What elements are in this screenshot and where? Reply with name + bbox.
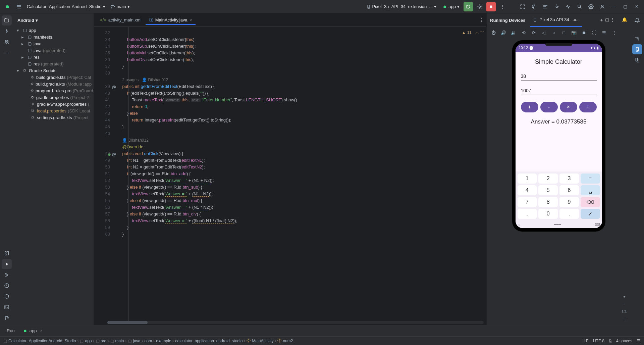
problems-tool-icon[interactable] <box>2 281 12 291</box>
code-editor[interactable]: ▲ 11 ︿ ﹀ 3233343536373839@40414243444546… <box>94 27 486 321</box>
op-button[interactable]: ÷ <box>579 102 597 112</box>
crumb-segment[interactable]: calculator_application_android_studio <box>175 339 243 343</box>
project-panel-header[interactable]: Android ▾ <box>13 13 94 27</box>
app-inspection-icon[interactable] <box>2 291 12 301</box>
tab-mainactivity-java[interactable]: Ⓙ MainActivity.java × <box>146 15 196 25</box>
volume-up-icon[interactable]: 🔊 <box>499 29 507 37</box>
add-device-icon[interactable]: ＋ <box>599 17 604 23</box>
tree-node-app[interactable]: ▾▢app <box>15 27 92 34</box>
back-icon[interactable]: ◁ <box>540 29 548 37</box>
search-icon[interactable] <box>575 2 584 11</box>
volume-down-icon[interactable]: 🔉 <box>509 29 518 37</box>
crumb-segment[interactable]: com <box>145 339 152 343</box>
close-window-icon[interactable]: ✕ <box>632 2 641 11</box>
crumb-segment[interactable]: src <box>101 339 106 343</box>
resource-manager-icon[interactable] <box>2 37 12 47</box>
keyboard-key[interactable]: 1 <box>518 174 537 184</box>
zoom-fit-icon[interactable]: ⛶ <box>621 315 628 322</box>
structure-tool-icon[interactable] <box>2 248 12 258</box>
rotate-right-icon[interactable]: ⟳ <box>530 29 538 37</box>
panel-more-icon[interactable]: ⋮ <box>610 17 615 23</box>
keyboard-key[interactable]: ✓ <box>581 209 600 219</box>
home-icon[interactable]: ○ <box>550 29 558 37</box>
chevron-down-icon[interactable]: ﹀ <box>480 30 484 35</box>
maximize-window-icon[interactable]: ▢ <box>621 2 630 11</box>
keyboard-key[interactable]: 2 <box>538 174 558 184</box>
kb-collapse-icon[interactable]: ⌄ <box>518 222 521 227</box>
crumb-segment[interactable]: main <box>115 339 124 343</box>
code-with-me-icon[interactable] <box>518 2 527 11</box>
main-menu-icon[interactable] <box>14 2 23 11</box>
keyboard-key[interactable]: 3 <box>559 174 579 184</box>
tree-node-res-generated[interactable]: ▢res (generated) <box>15 60 92 67</box>
tree-node-res[interactable]: ▸▢res <box>15 54 92 60</box>
tab-activity-main-xml[interactable]: </> activity_main.xml <box>97 15 145 24</box>
crumb-segment[interactable]: MainActivity <box>252 339 273 343</box>
more-tools-icon[interactable]: ⋯ <box>2 48 12 58</box>
close-run-tab-icon[interactable]: × <box>40 328 43 333</box>
tree-node-java-generated[interactable]: ▢java (generated) <box>15 47 92 54</box>
app-quality-icon[interactable] <box>564 2 573 11</box>
close-tab-icon[interactable]: × <box>190 17 192 23</box>
code-content[interactable]: buttonAdd.setOnClickListener(this); butt… <box>117 27 486 321</box>
account-icon[interactable] <box>598 2 607 11</box>
keyboard-key[interactable]: ⁻ <box>581 174 600 184</box>
android-logo-icon[interactable] <box>3 2 12 11</box>
run-tool-icon[interactable] <box>2 259 12 269</box>
keyboard-key[interactable]: 0 <box>538 209 558 219</box>
running-devices-rail-icon[interactable] <box>632 44 642 54</box>
logcat-tool-icon[interactable] <box>2 270 12 280</box>
tree-file-proguard[interactable]: ⛭proguard-rules.pro (ProGuard <box>15 87 92 94</box>
device-manager-rail-icon[interactable] <box>632 55 642 65</box>
crumb-segment[interactable]: Calculator_ApplicationAndroid_Studio <box>8 339 76 343</box>
chevron-up-icon[interactable]: ︿ <box>475 30 479 35</box>
crumb-segment[interactable]: app <box>85 339 92 343</box>
settings-icon[interactable] <box>586 2 596 11</box>
encoding[interactable]: UTF-8 <box>593 339 604 343</box>
terminal-tool-icon[interactable] <box>2 302 12 312</box>
snapshot-icon[interactable]: ⛶ <box>590 29 598 37</box>
keyboard-key[interactable]: 9 <box>559 197 579 207</box>
crumb-segment[interactable]: example <box>156 339 171 343</box>
keyboard-key[interactable]: 6 <box>559 185 579 195</box>
memory-indicator-icon[interactable]: ☰ <box>637 339 641 343</box>
device-tab[interactable]: Pixel 3a API 34 ...x... <box>530 13 582 27</box>
profiler-icon[interactable] <box>552 2 561 11</box>
line-separator[interactable]: LF <box>584 339 588 343</box>
tree-file-build1[interactable]: ⛭build.gradle.kts (Project: Cal <box>15 74 92 81</box>
stop-button[interactable] <box>486 2 496 11</box>
readonly-icon[interactable]: ⎘ <box>609 339 611 343</box>
zoom-in-icon[interactable]: ＋ <box>621 293 628 299</box>
keyboard-key[interactable]: , <box>518 209 537 219</box>
keyboard-key[interactable]: 5 <box>538 185 558 195</box>
keyboard-key[interactable]: . <box>559 209 579 219</box>
keyboard-key[interactable]: ␣ <box>581 185 600 195</box>
zoom-11-icon[interactable]: 1:1 <box>621 308 628 314</box>
project-tool-icon[interactable] <box>2 15 12 26</box>
tree-file-build2[interactable]: ⛭build.gradle.kts (Module :app <box>15 81 92 87</box>
rotate-left-icon[interactable]: ⟲ <box>520 29 528 37</box>
overview-icon[interactable]: □ <box>560 29 568 37</box>
op-button[interactable]: - <box>540 102 558 112</box>
commit-tool-icon[interactable] <box>2 26 12 36</box>
keyboard-key[interactable]: ⌫ <box>581 197 600 207</box>
phone-screen[interactable]: 10:12 ⬤ ▾ ▴ ▮ Simple Calculator <box>516 44 602 228</box>
tree-node-manifests[interactable]: ▸▢manifests <box>15 34 92 40</box>
keyboard-key[interactable]: 7 <box>518 197 537 207</box>
minimize-panel-icon[interactable]: — <box>616 17 621 23</box>
num1-field[interactable]: 38 <box>521 71 597 81</box>
tree-node-gradle-scripts[interactable]: ▾⛭Gradle Scripts <box>15 67 92 74</box>
tree-file-gprops[interactable]: ⛭gradle.properties (Project Pr <box>15 94 92 101</box>
op-button[interactable]: + <box>521 102 538 112</box>
tree-file-local[interactable]: ⛭local.properties (SDK Locat <box>15 107 92 114</box>
device-selector[interactable]: Pixel_3a_API_34_extension_... ▾ <box>364 3 439 10</box>
notifications-rail-icon[interactable] <box>632 15 642 26</box>
project-name-dropdown[interactable]: Calculator_Application-Android_Studio ▾ <box>27 4 105 9</box>
sync-gradle-icon[interactable] <box>529 2 539 11</box>
indent-setting[interactable]: 4 spaces <box>616 339 632 343</box>
device-more-icon[interactable]: ⋮ <box>610 29 618 37</box>
crumb-segment[interactable]: num2 <box>283 339 293 343</box>
vcs-tool-icon[interactable] <box>2 313 12 323</box>
screenshot-icon[interactable]: 📷 <box>570 29 578 37</box>
tree-file-settings[interactable]: ⛭settings.gradle.kts (Project <box>15 114 92 121</box>
